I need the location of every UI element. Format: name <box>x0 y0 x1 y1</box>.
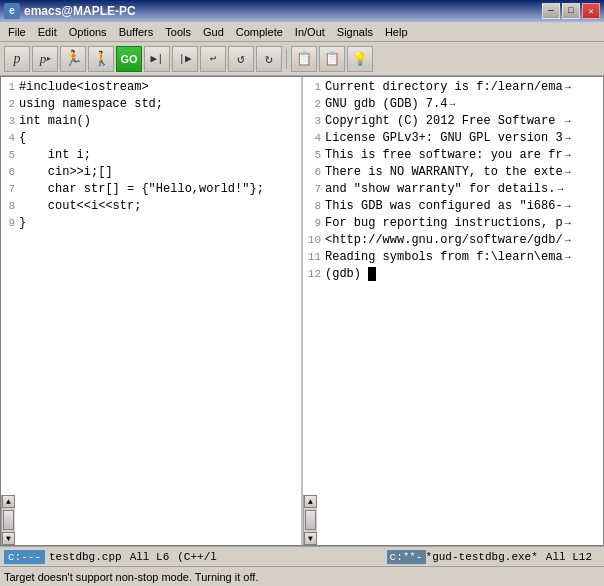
line-text: { <box>19 130 26 147</box>
gdb-line-number: 9 <box>303 215 321 232</box>
gdb-line-number: 2 <box>303 96 321 113</box>
scroll-down-arrow[interactable]: ▼ <box>2 532 15 545</box>
line-text: } <box>19 215 26 232</box>
gdb-line: 12(gdb) <box>303 266 603 283</box>
watch-button[interactable]: 📋 <box>291 46 317 72</box>
menu-help[interactable]: Help <box>379 24 414 40</box>
close-button[interactable]: ✕ <box>582 3 600 19</box>
menu-gud[interactable]: Gud <box>197 24 230 40</box>
info-button[interactable]: 💡 <box>347 46 373 72</box>
minimize-button[interactable]: ─ <box>542 3 560 19</box>
status-bar: c:--- testdbg.cpp All L6 (C++/l c:**- *g… <box>0 546 604 566</box>
gdb-line-text: License GPLv3+: GNU GPL version 3→ <box>325 130 571 147</box>
go-button[interactable]: GO <box>116 46 142 72</box>
line-number: 9 <box>1 215 15 232</box>
code-line: 7 char str[] = {"Hello,world!"}; <box>1 181 301 198</box>
status-mode-left: c:--- <box>4 550 45 564</box>
app-icon: e <box>4 3 20 19</box>
gdb-line-text: This GDB was configured as "i686-→ <box>325 198 571 215</box>
fwd-button[interactable]: ↻ <box>256 46 282 72</box>
gdb-scroll-down-arrow[interactable]: ▼ <box>304 532 317 545</box>
p-arrow-button[interactable]: p▸ <box>32 46 58 72</box>
status-info-right: All L12 <box>546 551 592 563</box>
title-bar-left: e emacs@MAPLE-PC <box>4 3 136 19</box>
bottom-status-text: Target doesn't support non-stop mode. Tu… <box>4 571 258 583</box>
line-number: 3 <box>1 113 15 130</box>
frame-button[interactable]: 📋 <box>319 46 345 72</box>
menu-options[interactable]: Options <box>63 24 113 40</box>
line-text: char str[] = {"Hello,world!"}; <box>19 181 264 198</box>
line-overflow-arrow: → <box>565 252 571 263</box>
gdb-line-text: GNU gdb (GDB) 7.4→ <box>325 96 455 113</box>
run-button[interactable]: 🏃 <box>60 46 86 72</box>
next-button[interactable]: ▶| <box>144 46 170 72</box>
gdb-line: 11Reading symbols from f:\learn\ema→ <box>303 249 603 266</box>
menu-tools[interactable]: Tools <box>159 24 197 40</box>
line-number: 7 <box>1 181 15 198</box>
gdb-scroll-thumb[interactable] <box>305 510 316 530</box>
menu-file[interactable]: File <box>2 24 32 40</box>
bottom-status: Target doesn't support non-stop mode. Tu… <box>0 566 604 586</box>
line-number: 4 <box>1 130 15 147</box>
gdb-line-number: 11 <box>303 249 321 266</box>
scroll-thumb[interactable] <box>3 510 14 530</box>
line-number: 6 <box>1 164 15 181</box>
status-mode-right: c:**- <box>387 550 426 564</box>
menu-inout[interactable]: In/Out <box>289 24 331 40</box>
p-button[interactable]: p <box>4 46 30 72</box>
menu-complete[interactable]: Complete <box>230 24 289 40</box>
gdb-line: 10<http://www.gnu.org/software/gdb/→ <box>303 232 603 249</box>
window-controls: ─ □ ✕ <box>542 3 600 19</box>
gdb-line-text: (gdb) <box>325 266 376 283</box>
gdb-line-text: For bug reporting instructions, p→ <box>325 215 571 232</box>
line-overflow-arrow: → <box>565 133 571 144</box>
line-number: 8 <box>1 198 15 215</box>
scroll-up-arrow[interactable]: ▲ <box>2 495 15 508</box>
code-line: 8 cout<<i<<str; <box>1 198 301 215</box>
gdb-line-text: Reading symbols from f:\learn\ema→ <box>325 249 571 266</box>
back-button[interactable]: ↺ <box>228 46 254 72</box>
code-line: 9} <box>1 215 301 232</box>
code-line: 6 cin>>i;[] <box>1 164 301 181</box>
gdb-line-number: 12 <box>303 266 321 283</box>
line-overflow-arrow: → <box>565 167 571 178</box>
gdb-line-number: 3 <box>303 113 321 130</box>
cursor <box>368 267 376 281</box>
menu-buffers[interactable]: Buffers <box>113 24 160 40</box>
gdb-scrollbar[interactable]: ▲ ▼ <box>303 495 317 545</box>
gdb-line-number: 10 <box>303 232 321 249</box>
gdb-line: 9For bug reporting instructions, p→ <box>303 215 603 232</box>
line-text: cout<<i<<str; <box>19 198 141 215</box>
menu-signals[interactable]: Signals <box>331 24 379 40</box>
gdb-line: 2GNU gdb (GDB) 7.4→ <box>303 96 603 113</box>
code-line: 1#include<iostream> <box>1 79 301 96</box>
line-overflow-arrow: → <box>565 235 571 246</box>
code-content: 1#include<iostream>2using namespace std;… <box>1 77 301 495</box>
line-overflow-arrow: → <box>557 184 563 195</box>
code-line: 3int main() <box>1 113 301 130</box>
gdb-scroll-up-arrow[interactable]: ▲ <box>304 495 317 508</box>
gdb-line-number: 1 <box>303 79 321 96</box>
line-overflow-arrow: → <box>565 82 571 93</box>
gdb-line-text: There is NO WARRANTY, to the exte→ <box>325 164 571 181</box>
gdb-line: 1Current directory is f:/learn/ema→ <box>303 79 603 96</box>
gdb-line-number: 4 <box>303 130 321 147</box>
code-line: 2using namespace std; <box>1 96 301 113</box>
status-info-left: All L6 <box>130 551 170 563</box>
menu-edit[interactable]: Edit <box>32 24 63 40</box>
code-scrollbar[interactable]: ▲ ▼ <box>1 495 15 545</box>
step2-button[interactable]: |▶ <box>172 46 198 72</box>
gdb-line: 5This is free software: you are fr→ <box>303 147 603 164</box>
maximize-button[interactable]: □ <box>562 3 580 19</box>
gdb-line: 3Copyright (C) 2012 Free Software → <box>303 113 603 130</box>
line-number: 1 <box>1 79 15 96</box>
gdb-line-number: 6 <box>303 164 321 181</box>
gdb-line-number: 8 <box>303 198 321 215</box>
code-pane: 1#include<iostream>2using namespace std;… <box>1 77 303 545</box>
line-text: using namespace std; <box>19 96 163 113</box>
line-overflow-arrow: → <box>565 116 571 127</box>
out-button[interactable]: ↩ <box>200 46 226 72</box>
step-button[interactable]: 🚶 <box>88 46 114 72</box>
line-text: int main() <box>19 113 91 130</box>
status-mode2: (C++/l <box>177 551 217 563</box>
